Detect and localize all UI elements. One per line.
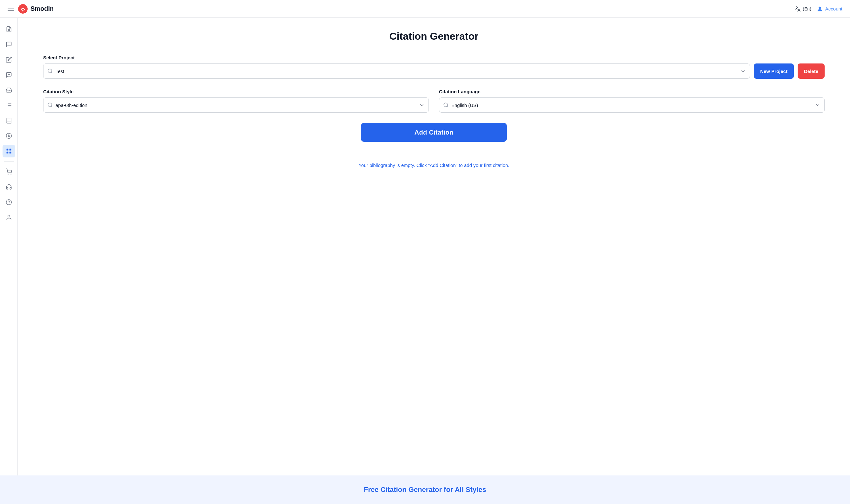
- svg-rect-15: [9, 149, 11, 151]
- sidebar-item-profile[interactable]: [2, 211, 15, 224]
- svg-rect-14: [6, 149, 8, 151]
- navbar: Smodin (En) Account: [0, 0, 850, 18]
- menu-button[interactable]: [7, 7, 14, 11]
- account-icon: [816, 5, 823, 12]
- citation-style-label: Citation Style: [43, 89, 429, 94]
- content-area: Citation Generator Select Project Test N…: [18, 18, 850, 475]
- sidebar-item-book[interactable]: [2, 114, 15, 127]
- project-search-icon: [47, 68, 53, 74]
- citation-language-value: English (US): [451, 103, 815, 108]
- empty-bibliography-message: Your bibliography is empty. Click "Add C…: [43, 162, 825, 168]
- sidebar-item-document[interactable]: [2, 23, 15, 36]
- navbar-right: (En) Account: [794, 5, 843, 12]
- sidebar: [0, 18, 18, 475]
- profile-icon: [6, 214, 12, 220]
- svg-rect-16: [6, 152, 8, 154]
- citation-style-value: apa-6th-edition: [56, 103, 419, 108]
- logo[interactable]: Smodin: [18, 4, 54, 14]
- inbox-icon: [6, 87, 12, 93]
- new-project-button[interactable]: New Project: [754, 64, 794, 79]
- cart-icon: [6, 168, 12, 175]
- chat-icon: [6, 41, 12, 48]
- delete-button[interactable]: Delete: [798, 64, 825, 79]
- sidebar-item-support[interactable]: [2, 181, 15, 193]
- app-name: Smodin: [31, 5, 54, 12]
- navbar-left: Smodin: [7, 4, 54, 14]
- svg-point-18: [7, 174, 8, 175]
- select-project-label: Select Project: [43, 55, 825, 60]
- style-search-icon: [47, 102, 53, 108]
- svg-point-27: [444, 103, 448, 107]
- sidebar-divider: [4, 161, 14, 162]
- style-chevron-icon: [419, 102, 425, 108]
- svg-point-2: [818, 6, 821, 8]
- footer-banner-title: Free Citation Generator for All Styles: [25, 486, 825, 494]
- language-search-icon: [443, 102, 449, 108]
- sidebar-item-citation[interactable]: [2, 145, 15, 158]
- comment-icon: [6, 72, 12, 78]
- svg-point-23: [48, 69, 52, 73]
- sidebar-item-help[interactable]: [2, 196, 15, 209]
- sidebar-item-ai-writer[interactable]: [2, 129, 15, 142]
- edit-icon: [6, 56, 12, 63]
- help-icon: [6, 199, 12, 205]
- citation-style-select[interactable]: apa-6th-edition: [43, 97, 429, 113]
- main-layout: Citation Generator Select Project Test N…: [0, 18, 850, 475]
- citation-language-label: Citation Language: [439, 89, 825, 94]
- citation-options-row: Citation Style apa-6th-edition Citation …: [43, 89, 825, 113]
- sidebar-item-list[interactable]: [2, 99, 15, 112]
- translate-icon: [794, 6, 801, 12]
- sidebar-item-cart[interactable]: [2, 165, 15, 178]
- project-value: Test: [56, 69, 740, 74]
- sidebar-item-chat[interactable]: [2, 38, 15, 51]
- citation-language-section: Citation Language English (US): [439, 89, 825, 113]
- svg-point-22: [7, 215, 10, 217]
- account-button[interactable]: Account: [816, 5, 843, 12]
- svg-point-19: [11, 174, 11, 175]
- ai-writer-icon: [6, 133, 12, 139]
- language-button[interactable]: (En): [794, 6, 811, 12]
- project-row: Test New Project Delete: [43, 64, 825, 79]
- page-title: Citation Generator: [43, 31, 825, 42]
- svg-point-0: [18, 4, 28, 14]
- support-icon: [6, 184, 12, 190]
- svg-point-1: [22, 10, 23, 12]
- select-project-section: Select Project Test New Project Delete: [43, 55, 825, 79]
- logo-icon: [18, 4, 28, 14]
- section-divider: [43, 152, 825, 152]
- svg-point-20: [6, 200, 12, 205]
- add-citation-button[interactable]: Add Citation: [361, 123, 507, 142]
- document-icon: [6, 26, 12, 32]
- citation-style-section: Citation Style apa-6th-edition: [43, 89, 429, 113]
- sidebar-item-inbox[interactable]: [2, 84, 15, 96]
- list-icon: [6, 102, 12, 109]
- citation-language-select[interactable]: English (US): [439, 97, 825, 113]
- svg-line-26: [51, 106, 52, 107]
- sidebar-item-comment[interactable]: [2, 69, 15, 81]
- sidebar-item-edit[interactable]: [2, 53, 15, 66]
- citation-icon: [6, 148, 12, 154]
- language-chevron-icon: [815, 102, 820, 108]
- svg-point-25: [48, 103, 52, 107]
- footer-banner: Free Citation Generator for All Styles: [0, 475, 850, 504]
- book-icon: [6, 118, 12, 124]
- svg-line-24: [51, 72, 52, 73]
- project-select[interactable]: Test: [43, 64, 750, 79]
- project-chevron-icon: [740, 68, 746, 74]
- svg-line-28: [447, 106, 448, 107]
